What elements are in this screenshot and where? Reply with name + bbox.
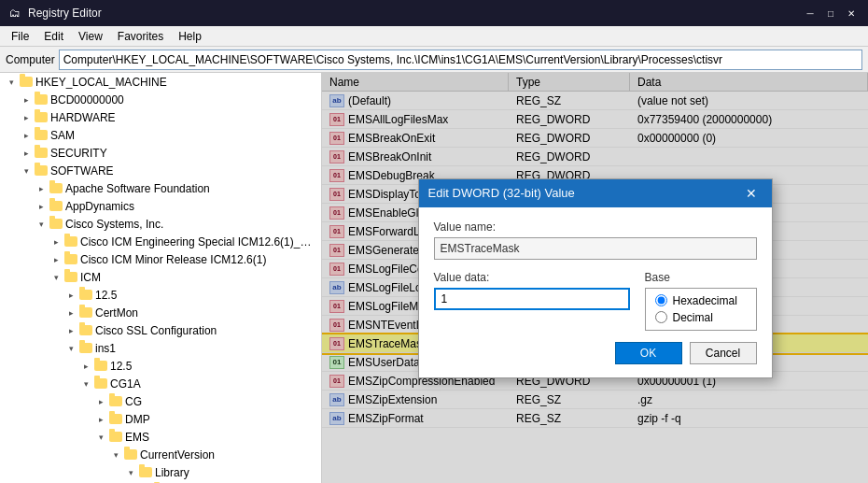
tree-item-software[interactable]: ▾SOFTWARE bbox=[0, 162, 321, 179]
folder-icon-currentversion bbox=[123, 447, 138, 462]
tree-item-icm-12-5[interactable]: ▸12.5 bbox=[0, 286, 321, 304]
value-data-input[interactable] bbox=[434, 288, 630, 310]
tree-item-cg[interactable]: ▸CG bbox=[0, 392, 321, 410]
tree-item-appdynamics[interactable]: ▸AppDynamics bbox=[0, 197, 321, 215]
decimal-radio-label[interactable]: Decimal bbox=[655, 311, 747, 324]
tree-label-sam: SAM bbox=[50, 129, 75, 142]
tree-item-hardware[interactable]: ▸HARDWARE bbox=[0, 108, 321, 126]
expand-icon-cg1a[interactable]: ▾ bbox=[78, 376, 93, 391]
expand-icon-icm[interactable]: ▾ bbox=[49, 270, 63, 285]
expand-icon-appdynamics[interactable]: ▸ bbox=[34, 199, 49, 214]
tree-item-security[interactable]: ▸SECURITY bbox=[0, 144, 321, 162]
expand-icon-bcd[interactable]: ▸ bbox=[19, 92, 34, 107]
folder-icon-cisco-icm-minor bbox=[63, 252, 78, 267]
tree-item-sam[interactable]: ▸SAM bbox=[0, 126, 321, 144]
tree-item-cg1a[interactable]: ▾CG1A bbox=[0, 375, 321, 392]
expand-icon-cg[interactable]: ▸ bbox=[93, 394, 108, 409]
expand-icon-software[interactable]: ▾ bbox=[19, 163, 34, 178]
menu-edit[interactable]: Edit bbox=[36, 26, 71, 46]
decimal-radio[interactable] bbox=[655, 311, 667, 323]
tree-label-cisco: Cisco Systems, Inc. bbox=[65, 218, 163, 231]
value-data-label: Value data: bbox=[434, 271, 630, 284]
expand-icon-security[interactable]: ▸ bbox=[19, 146, 34, 161]
expand-icon-dmp[interactable]: ▸ bbox=[93, 412, 108, 427]
menu-file[interactable]: File bbox=[4, 26, 36, 46]
expand-icon-cisco-icm-eng[interactable]: ▸ bbox=[49, 234, 63, 249]
expand-icon-hklm[interactable]: ▾ bbox=[4, 75, 19, 90]
tree-item-cisco-icm-eng[interactable]: ▸Cisco ICM Engineering Special ICM12.6(1… bbox=[0, 233, 321, 250]
menu-favorites[interactable]: Favorites bbox=[110, 26, 171, 46]
folder-icon-cisco-icm-eng bbox=[63, 234, 78, 249]
address-label: Computer bbox=[6, 53, 55, 66]
expand-icon-apache[interactable]: ▸ bbox=[34, 181, 49, 196]
dialog-overlay: Edit DWORD (32-bit) Value ✕ Value name: … bbox=[322, 73, 868, 483]
base-radio-group: Hexadecimal Decimal bbox=[645, 288, 757, 331]
tree-label-hardware: HARDWARE bbox=[50, 111, 116, 124]
expand-icon-cisco-icm-minor[interactable]: ▸ bbox=[49, 252, 63, 267]
tree-item-currentversion[interactable]: ▾CurrentVersion bbox=[0, 446, 321, 463]
dialog-buttons: OK Cancel bbox=[434, 342, 757, 364]
menu-help[interactable]: Help bbox=[171, 26, 209, 46]
tree-label-bcd: BCD00000000 bbox=[50, 93, 124, 107]
expand-icon-ins1[interactable]: ▾ bbox=[63, 341, 78, 356]
tree-item-ems[interactable]: ▾EMS bbox=[0, 428, 321, 446]
tree-label-appdynamics: AppDynamics bbox=[65, 200, 134, 213]
cancel-button[interactable]: Cancel bbox=[690, 342, 757, 364]
folder-icon-hklm bbox=[19, 75, 34, 90]
menu-bar: File Edit View Favorites Help bbox=[0, 26, 868, 47]
expand-icon-hardware[interactable]: ▸ bbox=[19, 110, 34, 125]
expand-icon-certmon[interactable]: ▸ bbox=[63, 305, 78, 320]
tree-item-apache[interactable]: ▸Apache Software Foundation bbox=[0, 179, 321, 197]
minimize-button[interactable]: ─ bbox=[801, 4, 819, 22]
tree-label-apache: Apache Software Foundation bbox=[65, 182, 210, 195]
tree-item-library[interactable]: ▾Library bbox=[0, 463, 321, 481]
dialog-title: Edit DWORD (32-bit) Value bbox=[428, 186, 740, 200]
tree-item-hklm[interactable]: ▾HKEY_LOCAL_MACHINE bbox=[0, 73, 321, 91]
tree-item-icm[interactable]: ▾ICM bbox=[0, 268, 321, 286]
tree-item-dmp[interactable]: ▸DMP bbox=[0, 410, 321, 428]
maximize-button[interactable]: □ bbox=[821, 4, 840, 22]
title-bar: 🗂 Registry Editor ─ □ ✕ bbox=[0, 0, 868, 26]
title-bar-text: Registry Editor bbox=[28, 7, 102, 20]
expand-icon-sam[interactable]: ▸ bbox=[19, 128, 34, 143]
expand-icon-ems[interactable]: ▾ bbox=[93, 430, 108, 445]
tree-item-cisco-icm-minor[interactable]: ▸Cisco ICM Minor Release ICM12.6(1) bbox=[0, 250, 321, 268]
tree-label-currentversion: CurrentVersion bbox=[140, 448, 215, 462]
expand-icon-currentversion[interactable]: ▾ bbox=[108, 447, 123, 462]
tree-label-cg1a: CG1A bbox=[110, 377, 141, 391]
folder-icon-security bbox=[34, 146, 49, 161]
folder-icon-certmon bbox=[78, 305, 93, 320]
tree-panel: ▾HKEY_LOCAL_MACHINE▸BCD00000000▸HARDWARE… bbox=[0, 73, 322, 483]
tree-item-ins1[interactable]: ▾ins1 bbox=[0, 339, 321, 357]
tree-label-ciscossl: Cisco SSL Configuration bbox=[95, 324, 217, 337]
base-container: Base Hexadecimal Decimal bbox=[645, 271, 757, 331]
address-input[interactable] bbox=[59, 50, 862, 70]
expand-icon-library[interactable]: ▾ bbox=[123, 465, 138, 480]
dialog-close-button[interactable]: ✕ bbox=[740, 182, 763, 205]
folder-icon-ciscossl bbox=[78, 323, 93, 338]
expand-icon-cisco[interactable]: ▾ bbox=[34, 217, 49, 232]
tree-label-hklm: HKEY_LOCAL_MACHINE bbox=[35, 76, 167, 89]
ok-button[interactable]: OK bbox=[615, 342, 682, 364]
expand-icon-icm-12-5[interactable]: ▸ bbox=[63, 288, 78, 303]
expand-icon-ins1-12-5[interactable]: ▸ bbox=[78, 359, 93, 374]
tree-label-cg: CG bbox=[125, 395, 142, 408]
title-bar-controls: ─ □ ✕ bbox=[801, 4, 861, 22]
hexadecimal-radio-label[interactable]: Hexadecimal bbox=[655, 294, 747, 307]
tree-label-library: Library bbox=[155, 466, 189, 479]
hexadecimal-radio[interactable] bbox=[655, 294, 667, 306]
tree-item-cisco[interactable]: ▾Cisco Systems, Inc. bbox=[0, 215, 321, 233]
tree-label-security: SECURITY bbox=[50, 147, 107, 160]
expand-icon-ciscossl[interactable]: ▸ bbox=[63, 323, 78, 338]
edit-dword-dialog: Edit DWORD (32-bit) Value ✕ Value name: … bbox=[418, 178, 773, 378]
tree-item-ciscossl[interactable]: ▸Cisco SSL Configuration bbox=[0, 321, 321, 339]
base-label: Base bbox=[645, 271, 757, 284]
close-button[interactable]: ✕ bbox=[842, 4, 861, 22]
tree-label-software: SOFTWARE bbox=[50, 164, 114, 178]
tree-item-bcd[interactable]: ▸BCD00000000 bbox=[0, 91, 321, 108]
tree-label-certmon: CertMon bbox=[95, 306, 138, 320]
tree-item-certmon[interactable]: ▸CertMon bbox=[0, 304, 321, 321]
menu-view[interactable]: View bbox=[71, 26, 110, 46]
folder-icon-cisco bbox=[49, 217, 63, 232]
tree-item-ins1-12-5[interactable]: ▸12.5 bbox=[0, 357, 321, 375]
